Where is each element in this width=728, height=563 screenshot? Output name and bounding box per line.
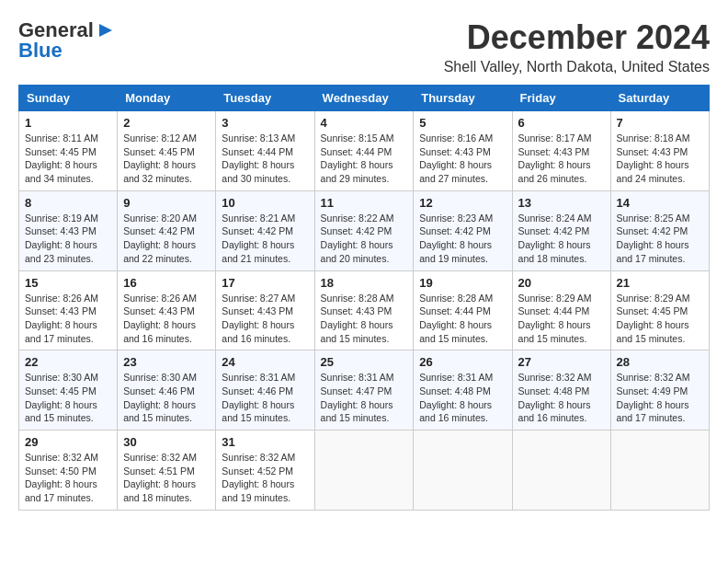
day-number: 1 [25, 116, 111, 130]
table-row: 26Sunrise: 8:31 AM Sunset: 4:48 PM Dayli… [414, 350, 512, 431]
day-number: 6 [518, 116, 605, 130]
table-row: 5Sunrise: 8:16 AM Sunset: 4:43 PM Daylig… [414, 111, 512, 191]
day-number: 16 [123, 276, 210, 290]
day-info: Sunrise: 8:32 AM Sunset: 4:50 PM Dayligh… [25, 451, 111, 505]
day-info: Sunrise: 8:29 AM Sunset: 4:44 PM Dayligh… [518, 292, 605, 346]
day-info: Sunrise: 8:28 AM Sunset: 4:44 PM Dayligh… [419, 292, 506, 346]
table-row: 12Sunrise: 8:23 AM Sunset: 4:42 PM Dayli… [414, 190, 512, 270]
table-row: 16Sunrise: 8:26 AM Sunset: 4:43 PM Dayli… [118, 270, 216, 350]
calendar-week-row: 29Sunrise: 8:32 AM Sunset: 4:50 PM Dayli… [19, 431, 710, 511]
day-info: Sunrise: 8:22 AM Sunset: 4:42 PM Dayligh… [321, 212, 408, 266]
day-number: 2 [123, 116, 210, 130]
day-info: Sunrise: 8:27 AM Sunset: 4:43 PM Dayligh… [222, 292, 308, 346]
day-number: 15 [25, 276, 111, 290]
day-number: 10 [222, 196, 308, 210]
day-number: 18 [321, 276, 408, 290]
location-title: Shell Valley, North Dakota, United State… [444, 59, 710, 75]
day-info: Sunrise: 8:32 AM Sunset: 4:52 PM Dayligh… [222, 451, 308, 505]
day-info: Sunrise: 8:16 AM Sunset: 4:43 PM Dayligh… [419, 132, 506, 186]
table-row: 27Sunrise: 8:32 AM Sunset: 4:48 PM Dayli… [512, 350, 610, 431]
day-number: 31 [222, 435, 308, 449]
day-number: 9 [123, 196, 210, 210]
day-number: 25 [321, 355, 408, 369]
day-info: Sunrise: 8:25 AM Sunset: 4:42 PM Dayligh… [617, 212, 703, 266]
logo: General Blue [18, 18, 116, 63]
day-info: Sunrise: 8:20 AM Sunset: 4:42 PM Dayligh… [123, 212, 210, 266]
day-info: Sunrise: 8:28 AM Sunset: 4:43 PM Dayligh… [321, 292, 408, 346]
day-info: Sunrise: 8:29 AM Sunset: 4:45 PM Dayligh… [617, 292, 703, 346]
logo-arrow-icon [96, 20, 116, 40]
day-info: Sunrise: 8:31 AM Sunset: 4:46 PM Dayligh… [222, 371, 308, 425]
day-number: 29 [25, 435, 111, 449]
calendar-week-row: 15Sunrise: 8:26 AM Sunset: 4:43 PM Dayli… [19, 270, 710, 350]
calendar-header-row: Sunday Monday Tuesday Wednesday Thursday… [19, 86, 710, 111]
day-info: Sunrise: 8:12 AM Sunset: 4:45 PM Dayligh… [123, 132, 210, 186]
day-number: 26 [419, 355, 506, 369]
table-row: 3Sunrise: 8:13 AM Sunset: 4:44 PM Daylig… [216, 111, 314, 191]
day-info: Sunrise: 8:21 AM Sunset: 4:42 PM Dayligh… [222, 212, 308, 266]
table-row [414, 431, 512, 511]
day-info: Sunrise: 8:32 AM Sunset: 4:51 PM Dayligh… [123, 451, 210, 505]
day-info: Sunrise: 8:19 AM Sunset: 4:43 PM Dayligh… [25, 212, 111, 266]
day-info: Sunrise: 8:13 AM Sunset: 4:44 PM Dayligh… [222, 132, 308, 186]
logo-text-blue: Blue [18, 39, 63, 63]
calendar-table: Sunday Monday Tuesday Wednesday Thursday… [18, 85, 710, 511]
day-info: Sunrise: 8:24 AM Sunset: 4:42 PM Dayligh… [518, 212, 605, 266]
table-row: 13Sunrise: 8:24 AM Sunset: 4:42 PM Dayli… [512, 190, 610, 270]
table-row: 24Sunrise: 8:31 AM Sunset: 4:46 PM Dayli… [216, 350, 314, 431]
table-row: 22Sunrise: 8:30 AM Sunset: 4:45 PM Dayli… [19, 350, 118, 431]
day-info: Sunrise: 8:32 AM Sunset: 4:49 PM Dayligh… [617, 371, 703, 425]
day-number: 19 [419, 276, 506, 290]
calendar-week-row: 8Sunrise: 8:19 AM Sunset: 4:43 PM Daylig… [19, 190, 710, 270]
day-info: Sunrise: 8:11 AM Sunset: 4:45 PM Dayligh… [25, 132, 111, 186]
table-row [314, 431, 414, 511]
col-friday: Friday [512, 86, 610, 111]
day-number: 12 [419, 196, 506, 210]
day-number: 14 [617, 196, 703, 210]
table-row: 6Sunrise: 8:17 AM Sunset: 4:43 PM Daylig… [512, 111, 610, 191]
day-number: 13 [518, 196, 605, 210]
col-tuesday: Tuesday [216, 86, 314, 111]
page-header: General Blue December 2024 Shell Valley,… [18, 18, 710, 75]
table-row [512, 431, 610, 511]
table-row: 23Sunrise: 8:30 AM Sunset: 4:46 PM Dayli… [118, 350, 216, 431]
table-row: 4Sunrise: 8:15 AM Sunset: 4:44 PM Daylig… [314, 111, 414, 191]
table-row: 18Sunrise: 8:28 AM Sunset: 4:43 PM Dayli… [314, 270, 414, 350]
col-wednesday: Wednesday [314, 86, 414, 111]
table-row: 7Sunrise: 8:18 AM Sunset: 4:43 PM Daylig… [610, 111, 709, 191]
table-row: 11Sunrise: 8:22 AM Sunset: 4:42 PM Dayli… [314, 190, 414, 270]
day-number: 28 [617, 355, 703, 369]
day-info: Sunrise: 8:30 AM Sunset: 4:46 PM Dayligh… [123, 371, 210, 425]
calendar-week-row: 22Sunrise: 8:30 AM Sunset: 4:45 PM Dayli… [19, 350, 710, 431]
day-info: Sunrise: 8:31 AM Sunset: 4:48 PM Dayligh… [419, 371, 506, 425]
col-thursday: Thursday [414, 86, 512, 111]
title-area: December 2024 Shell Valley, North Dakota… [444, 18, 710, 75]
day-number: 5 [419, 116, 506, 130]
day-info: Sunrise: 8:31 AM Sunset: 4:47 PM Dayligh… [321, 371, 408, 425]
table-row: 9Sunrise: 8:20 AM Sunset: 4:42 PM Daylig… [118, 190, 216, 270]
day-number: 7 [617, 116, 703, 130]
day-number: 24 [222, 355, 308, 369]
day-info: Sunrise: 8:17 AM Sunset: 4:43 PM Dayligh… [518, 132, 605, 186]
svg-marker-0 [99, 24, 112, 37]
day-info: Sunrise: 8:18 AM Sunset: 4:43 PM Dayligh… [617, 132, 703, 186]
day-info: Sunrise: 8:26 AM Sunset: 4:43 PM Dayligh… [123, 292, 210, 346]
table-row: 21Sunrise: 8:29 AM Sunset: 4:45 PM Dayli… [610, 270, 709, 350]
table-row: 1Sunrise: 8:11 AM Sunset: 4:45 PM Daylig… [19, 111, 118, 191]
day-number: 17 [222, 276, 308, 290]
col-saturday: Saturday [610, 86, 709, 111]
table-row: 25Sunrise: 8:31 AM Sunset: 4:47 PM Dayli… [314, 350, 414, 431]
day-number: 22 [25, 355, 111, 369]
month-title: December 2024 [444, 18, 710, 57]
day-info: Sunrise: 8:32 AM Sunset: 4:48 PM Dayligh… [518, 371, 605, 425]
table-row: 8Sunrise: 8:19 AM Sunset: 4:43 PM Daylig… [19, 190, 118, 270]
col-sunday: Sunday [19, 86, 118, 111]
table-row: 28Sunrise: 8:32 AM Sunset: 4:49 PM Dayli… [610, 350, 709, 431]
table-row: 19Sunrise: 8:28 AM Sunset: 4:44 PM Dayli… [414, 270, 512, 350]
day-info: Sunrise: 8:15 AM Sunset: 4:44 PM Dayligh… [321, 132, 408, 186]
day-number: 3 [222, 116, 308, 130]
table-row: 15Sunrise: 8:26 AM Sunset: 4:43 PM Dayli… [19, 270, 118, 350]
day-number: 30 [123, 435, 210, 449]
day-info: Sunrise: 8:30 AM Sunset: 4:45 PM Dayligh… [25, 371, 111, 425]
day-info: Sunrise: 8:23 AM Sunset: 4:42 PM Dayligh… [419, 212, 506, 266]
